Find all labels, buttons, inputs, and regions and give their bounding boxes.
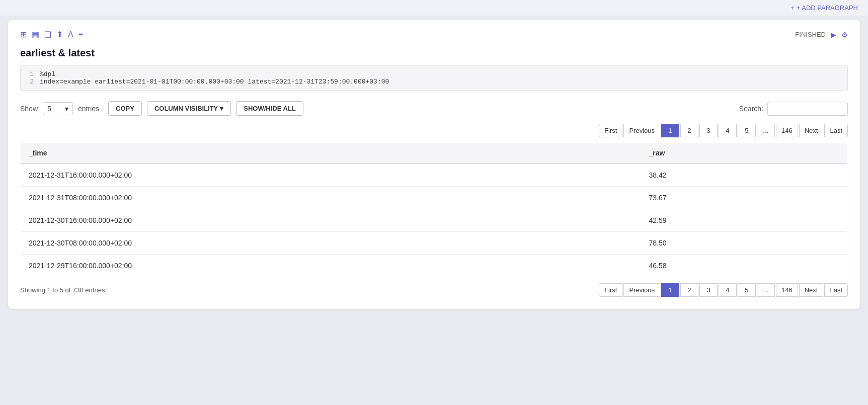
section-title: earliest & latest bbox=[20, 47, 848, 59]
cell-time-4: 2021-12-29T16:00:00.000+02:00 bbox=[21, 255, 641, 277]
table-row: 2021-12-31T08:00:00.000+02:00 73.67 bbox=[21, 187, 848, 209]
last-button-top[interactable]: Last bbox=[824, 124, 848, 137]
move-icon[interactable]: ⊞ bbox=[20, 30, 27, 39]
previous-button-bottom[interactable]: Previous bbox=[623, 283, 660, 297]
main-card: ⊞ ▦ ❏ ⬆ A ≡ FINISHED ▶ ⚙ earliest & late… bbox=[8, 20, 860, 309]
table-row: 2021-12-31T16:00:00.000+02:00 38.42 bbox=[21, 164, 848, 187]
pagination-top: First Previous 1 2 3 4 5 ... 146 Next La… bbox=[20, 124, 848, 137]
play-button[interactable]: ▶ bbox=[831, 31, 836, 39]
page-4-button-top[interactable]: 4 bbox=[719, 124, 737, 137]
line-content-2: index=example earliest=2021-01-01T00:00:… bbox=[40, 78, 389, 86]
previous-button-top[interactable]: Previous bbox=[623, 124, 660, 137]
show-hide-all-button[interactable]: SHOW/HIDE ALL bbox=[236, 101, 303, 116]
cell-raw-2: 42.59 bbox=[641, 209, 848, 232]
pagination-bottom: Showing 1 to 5 of 730 entries First Prev… bbox=[20, 283, 848, 297]
table-row: 2021-12-30T08:00:00.000+02:00 78.50 bbox=[21, 232, 848, 255]
finished-label: FINISHED bbox=[795, 31, 826, 38]
page-2-button-bottom[interactable]: 2 bbox=[680, 283, 698, 297]
chevron-down-icon: ▾ bbox=[65, 105, 68, 113]
show-label: Show bbox=[20, 105, 38, 113]
first-button-top[interactable]: First bbox=[599, 124, 622, 137]
col-vis-label: COLUMN VISIBILITY bbox=[154, 105, 218, 112]
add-paragraph-button[interactable]: + + ADD PARAGRAPH bbox=[791, 4, 858, 12]
copy-icon[interactable]: ❏ bbox=[44, 30, 51, 39]
pagination-info: Showing 1 to 5 of 730 entries bbox=[20, 286, 105, 294]
ellipsis-top: ... bbox=[757, 124, 775, 137]
cell-time-3: 2021-12-30T08:00:00.000+02:00 bbox=[21, 232, 641, 255]
entries-label: entries bbox=[78, 105, 99, 113]
column-header-raw: _raw bbox=[641, 143, 848, 164]
page-2-button-top[interactable]: 2 bbox=[680, 124, 698, 137]
column-header-time: _time bbox=[21, 143, 641, 164]
data-table: _time _raw 2021-12-31T16:00:00.000+02:00… bbox=[20, 142, 848, 277]
top-bar: + + ADD PARAGRAPH bbox=[0, 0, 868, 16]
page-4-button-bottom[interactable]: 4 bbox=[719, 283, 737, 297]
line-num-2: 2 bbox=[27, 78, 34, 86]
next-button-top[interactable]: Next bbox=[799, 124, 824, 137]
page-3-button-bottom[interactable]: 3 bbox=[699, 283, 718, 297]
cell-time-1: 2021-12-31T08:00:00.000+02:00 bbox=[21, 187, 641, 209]
copy-button[interactable]: COPY bbox=[108, 101, 142, 116]
next-button-bottom[interactable]: Next bbox=[799, 283, 824, 297]
table-row: 2021-12-29T16:00:00.000+02:00 46.58 bbox=[21, 255, 848, 277]
search-label: Search: bbox=[739, 105, 763, 113]
gear-icon[interactable]: ⚙ bbox=[841, 31, 848, 39]
controls-row: Show 5 ▾ entries COPY COLUMN VISIBILITY … bbox=[20, 101, 848, 116]
page-1-button-bottom[interactable]: 1 bbox=[661, 283, 679, 297]
cell-raw-3: 78.50 bbox=[641, 232, 848, 255]
last-button-bottom[interactable]: Last bbox=[824, 283, 848, 297]
table-header-row: _time _raw bbox=[21, 143, 848, 164]
page-5-button-top[interactable]: 5 bbox=[738, 124, 756, 137]
cell-time-2: 2021-12-30T16:00:00.000+02:00 bbox=[21, 209, 641, 232]
code-line-2: 2 index=example earliest=2021-01-01T00:0… bbox=[27, 78, 841, 86]
page-5-button-bottom[interactable]: 5 bbox=[738, 283, 756, 297]
cell-time-0: 2021-12-31T16:00:00.000+02:00 bbox=[21, 164, 641, 187]
search-input[interactable] bbox=[767, 102, 848, 116]
page-1-button-top[interactable]: 1 bbox=[661, 124, 679, 137]
pagination-buttons-top: First Previous 1 2 3 4 5 ... 146 Next La… bbox=[599, 124, 848, 137]
first-button-bottom[interactable]: First bbox=[599, 283, 622, 297]
text-icon[interactable]: A bbox=[68, 30, 73, 39]
page-146-button-bottom[interactable]: 146 bbox=[776, 283, 798, 297]
line-num-1: 1 bbox=[27, 70, 34, 78]
list-icon[interactable]: ≡ bbox=[78, 30, 83, 39]
pagination-buttons-bottom: First Previous 1 2 3 4 5 ... 146 Next La… bbox=[599, 283, 848, 297]
toolbar-icons: ⊞ ▦ ❏ ⬆ A ≡ bbox=[20, 30, 83, 39]
upload-icon[interactable]: ⬆ bbox=[56, 30, 63, 39]
ellipsis-bottom: ... bbox=[757, 283, 775, 297]
toolbar-right: FINISHED ▶ ⚙ bbox=[795, 31, 848, 39]
code-block: 1 %dpl 2 index=example earliest=2021-01-… bbox=[20, 65, 848, 91]
page-3-button-top[interactable]: 3 bbox=[699, 124, 718, 137]
cell-raw-1: 73.67 bbox=[641, 187, 848, 209]
code-line-1: 1 %dpl bbox=[27, 70, 841, 78]
line-content-1: %dpl bbox=[40, 70, 55, 78]
chevron-down-icon: ▾ bbox=[220, 105, 223, 112]
cell-raw-0: 38.42 bbox=[641, 164, 848, 187]
plus-icon: + bbox=[791, 4, 795, 12]
show-select[interactable]: 5 ▾ bbox=[43, 102, 73, 115]
table-icon[interactable]: ▦ bbox=[32, 30, 39, 39]
column-visibility-button[interactable]: COLUMN VISIBILITY ▾ bbox=[147, 101, 231, 116]
page-146-button-top[interactable]: 146 bbox=[776, 124, 798, 137]
show-value: 5 bbox=[47, 105, 51, 113]
search-area: Search: bbox=[739, 102, 848, 116]
toolbar-row: ⊞ ▦ ❏ ⬆ A ≡ FINISHED ▶ ⚙ bbox=[20, 30, 848, 39]
table-row: 2021-12-30T16:00:00.000+02:00 42.59 bbox=[21, 209, 848, 232]
cell-raw-4: 46.58 bbox=[641, 255, 848, 277]
